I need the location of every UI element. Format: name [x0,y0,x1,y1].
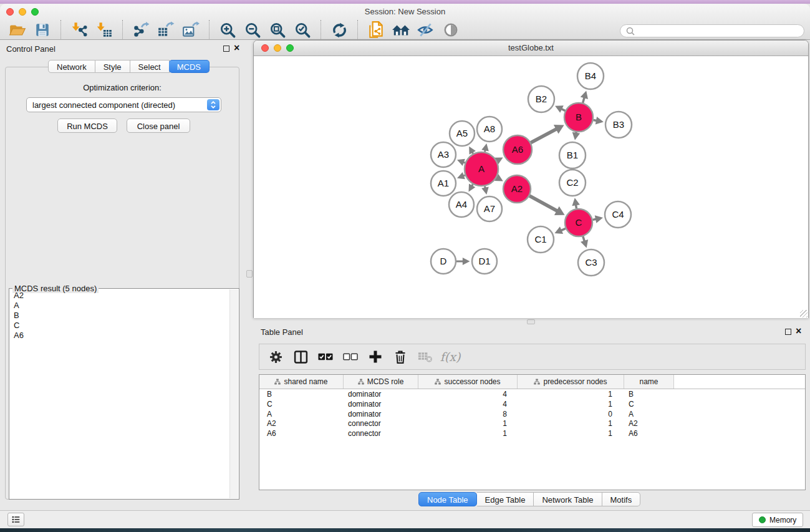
graph-node-A8[interactable]: A8 [477,117,502,142]
control-panel-close-icon[interactable]: × [234,44,239,52]
tab-select[interactable]: Select [130,60,170,73]
table-cell: dominator [348,410,381,420]
svg-text:A2: A2 [511,183,523,194]
svg-text:D: D [440,256,447,266]
run-mcds-button[interactable]: Run MCDS [57,118,117,133]
table-row[interactable]: A6connector11A6 [259,429,805,439]
zoom-out-button[interactable] [242,21,263,39]
column-header-predecessor-nodes[interactable]: predecessor nodes [518,375,624,389]
graph-node-C[interactable]: C [565,209,592,236]
table-row[interactable]: Bdominator41B [259,390,805,400]
import-table-button[interactable] [94,21,115,39]
export-table-button[interactable] [155,21,176,39]
select-all-button[interactable] [318,349,333,364]
tab-node-table[interactable]: Node Table [418,492,477,506]
network-window-title: testGlobe.txt [254,41,808,56]
import-network-button[interactable] [69,21,90,39]
tab-edge-table[interactable]: Edge Table [477,492,534,506]
column-header-shared-name[interactable]: shared name [259,375,344,389]
open-file-button[interactable] [7,21,28,39]
mcds-result-item[interactable]: A2 [10,291,229,301]
function-builder-button[interactable]: f(x) [443,349,458,364]
vertical-splitter-grip[interactable] [246,270,253,278]
close-window-button[interactable] [6,8,14,16]
export-image-button[interactable] [180,21,201,39]
control-panel-float-icon[interactable] [223,46,229,52]
network-canvas[interactable]: B4B2BB3A8A5A6A3B1AA1C2A2A4A7C4CC1DD1C3 [254,56,808,318]
toolbar-separator [321,20,321,40]
mcds-result-item[interactable]: C [10,321,229,331]
graph-node-D1[interactable]: D1 [472,249,497,274]
table-panel-close-icon[interactable]: × [796,327,801,335]
tab-mcds[interactable]: MCDS [169,60,210,73]
horizontal-splitter-grip[interactable] [527,319,535,324]
mcds-result-item[interactable]: A [10,301,229,311]
mcds-result-item[interactable]: A6 [10,331,229,341]
graph-node-A1[interactable]: A1 [431,171,456,196]
zoom-in-button[interactable] [217,21,238,39]
show-columns-button[interactable] [293,349,308,364]
refresh-button[interactable] [329,21,350,39]
graph-node-A[interactable]: A [465,152,498,186]
table-cell: 8 [418,410,507,420]
table-settings-button[interactable] [268,349,283,364]
home-button[interactable] [390,21,412,39]
svg-text:A1: A1 [438,178,449,188]
tab-style[interactable]: Style [95,60,130,73]
result-scrollbar[interactable] [229,289,238,498]
column-header-MCDS-role[interactable]: MCDS role [344,375,418,389]
graph-node-B4[interactable]: B4 [577,63,604,89]
graph-node-B2[interactable]: B2 [528,86,554,112]
table-row[interactable]: Adominator80A [259,410,805,420]
graph-node-A4[interactable]: A4 [449,192,474,217]
delete-row-button[interactable] [393,349,408,364]
search-input[interactable] [638,26,804,37]
graph-node-C4[interactable]: C4 [605,201,631,228]
column-label: MCDS role [367,377,404,386]
zoom-window-button[interactable] [31,8,39,16]
table-panel-float-icon[interactable] [785,329,791,335]
graph-node-A2[interactable]: A2 [503,175,531,203]
tab-network-table[interactable]: Network Table [534,492,602,506]
save-session-button[interactable] [32,21,53,39]
column-header-name[interactable]: name [624,375,674,389]
annotation-button[interactable] [365,21,387,39]
zoom-fit-button[interactable] [267,21,288,39]
export-network-button[interactable] [130,21,152,39]
hide-selected-button[interactable] [415,21,436,39]
column-label: successor nodes [444,377,500,386]
graph-node-A6[interactable]: A6 [503,135,532,164]
graph-node-B3[interactable]: B3 [605,112,632,138]
graph-node-C3[interactable]: C3 [578,249,604,276]
zoom-out-icon [244,22,261,39]
close-panel-button[interactable]: Close panel [127,118,190,133]
window-resize-grip[interactable] [800,310,808,317]
column-header-successor-nodes[interactable]: successor nodes [418,375,518,389]
graph-node-A7[interactable]: A7 [477,196,502,221]
graph-node-B1[interactable]: B1 [559,142,586,168]
mcds-result-item[interactable]: B [10,311,229,321]
graph-node-C1[interactable]: C1 [528,226,554,253]
add-row-button[interactable] [368,349,383,364]
tab-motifs[interactable]: Motifs [602,492,641,506]
deselect-all-button[interactable] [343,349,358,364]
optimization-criterion-dropdown[interactable]: largest connected component (directed) [26,97,221,112]
table-row[interactable]: Cdominator41C [259,400,805,410]
minimize-window-button[interactable] [19,8,26,16]
task-history-button[interactable] [7,513,24,526]
graph-node-A3[interactable]: A3 [431,142,456,167]
graph-node-D[interactable]: D [431,249,456,274]
graph-node-A5[interactable]: A5 [450,121,475,146]
zoom-selected-button[interactable] [292,21,313,39]
show-all-button[interactable] [440,21,461,39]
unchecked-boxes-icon [343,352,358,361]
memory-button[interactable]: Memory [752,513,803,527]
graph-node-B[interactable]: B [564,103,593,132]
delete-table-button[interactable] [418,349,433,364]
eye-slash-icon [417,22,435,38]
node-table: shared nameMCDS rolesuccessor nodesprede… [259,374,806,490]
tab-network[interactable]: Network [48,60,95,73]
table-cell: C [629,400,634,410]
graph-node-C2[interactable]: C2 [559,170,586,196]
table-row[interactable]: A2connector11A2 [259,419,805,429]
